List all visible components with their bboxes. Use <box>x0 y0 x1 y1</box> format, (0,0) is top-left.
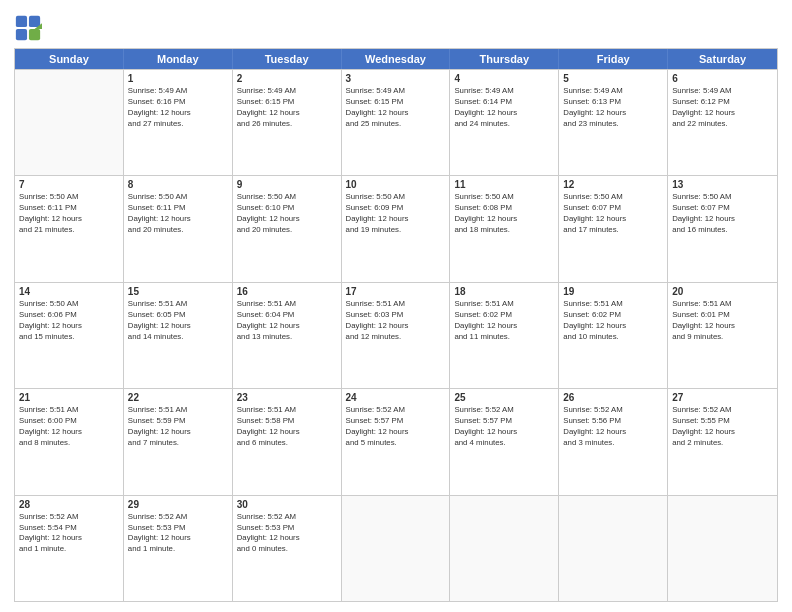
day-number: 4 <box>454 73 554 84</box>
day-info: Sunrise: 5:51 AMSunset: 5:58 PMDaylight:… <box>237 405 337 449</box>
day-info: Sunrise: 5:50 AMSunset: 6:10 PMDaylight:… <box>237 192 337 236</box>
calendar-cell: 29Sunrise: 5:52 AMSunset: 5:53 PMDayligh… <box>124 496 233 601</box>
day-info: Sunrise: 5:50 AMSunset: 6:09 PMDaylight:… <box>346 192 446 236</box>
logo <box>14 14 44 42</box>
calendar-cell: 9Sunrise: 5:50 AMSunset: 6:10 PMDaylight… <box>233 176 342 281</box>
calendar-cell: 18Sunrise: 5:51 AMSunset: 6:02 PMDayligh… <box>450 283 559 388</box>
day-number: 17 <box>346 286 446 297</box>
day-info: Sunrise: 5:51 AMSunset: 6:01 PMDaylight:… <box>672 299 773 343</box>
header-monday: Monday <box>124 49 233 69</box>
calendar-row-0: 1Sunrise: 5:49 AMSunset: 6:16 PMDaylight… <box>15 69 777 175</box>
calendar-cell <box>342 496 451 601</box>
calendar-header: Sunday Monday Tuesday Wednesday Thursday… <box>15 49 777 69</box>
day-number: 15 <box>128 286 228 297</box>
day-number: 11 <box>454 179 554 190</box>
calendar-cell: 21Sunrise: 5:51 AMSunset: 6:00 PMDayligh… <box>15 389 124 494</box>
day-info: Sunrise: 5:52 AMSunset: 5:56 PMDaylight:… <box>563 405 663 449</box>
day-number: 13 <box>672 179 773 190</box>
day-info: Sunrise: 5:51 AMSunset: 6:05 PMDaylight:… <box>128 299 228 343</box>
calendar-cell: 17Sunrise: 5:51 AMSunset: 6:03 PMDayligh… <box>342 283 451 388</box>
calendar-cell: 11Sunrise: 5:50 AMSunset: 6:08 PMDayligh… <box>450 176 559 281</box>
calendar-cell: 27Sunrise: 5:52 AMSunset: 5:55 PMDayligh… <box>668 389 777 494</box>
day-number: 3 <box>346 73 446 84</box>
day-info: Sunrise: 5:52 AMSunset: 5:53 PMDaylight:… <box>237 512 337 556</box>
calendar-cell: 22Sunrise: 5:51 AMSunset: 5:59 PMDayligh… <box>124 389 233 494</box>
calendar-cell: 3Sunrise: 5:49 AMSunset: 6:15 PMDaylight… <box>342 70 451 175</box>
calendar-cell: 1Sunrise: 5:49 AMSunset: 6:16 PMDaylight… <box>124 70 233 175</box>
day-info: Sunrise: 5:51 AMSunset: 6:00 PMDaylight:… <box>19 405 119 449</box>
calendar-cell: 20Sunrise: 5:51 AMSunset: 6:01 PMDayligh… <box>668 283 777 388</box>
day-number: 28 <box>19 499 119 510</box>
calendar-cell: 2Sunrise: 5:49 AMSunset: 6:15 PMDaylight… <box>233 70 342 175</box>
page: Sunday Monday Tuesday Wednesday Thursday… <box>0 0 792 612</box>
day-info: Sunrise: 5:49 AMSunset: 6:16 PMDaylight:… <box>128 86 228 130</box>
day-number: 30 <box>237 499 337 510</box>
day-info: Sunrise: 5:51 AMSunset: 6:04 PMDaylight:… <box>237 299 337 343</box>
calendar-cell <box>450 496 559 601</box>
calendar-cell: 24Sunrise: 5:52 AMSunset: 5:57 PMDayligh… <box>342 389 451 494</box>
header-friday: Friday <box>559 49 668 69</box>
calendar: Sunday Monday Tuesday Wednesday Thursday… <box>14 48 778 602</box>
day-info: Sunrise: 5:50 AMSunset: 6:11 PMDaylight:… <box>128 192 228 236</box>
day-number: 18 <box>454 286 554 297</box>
day-info: Sunrise: 5:50 AMSunset: 6:06 PMDaylight:… <box>19 299 119 343</box>
calendar-cell: 5Sunrise: 5:49 AMSunset: 6:13 PMDaylight… <box>559 70 668 175</box>
day-number: 26 <box>563 392 663 403</box>
day-info: Sunrise: 5:52 AMSunset: 5:54 PMDaylight:… <box>19 512 119 556</box>
day-number: 23 <box>237 392 337 403</box>
calendar-cell: 23Sunrise: 5:51 AMSunset: 5:58 PMDayligh… <box>233 389 342 494</box>
day-number: 19 <box>563 286 663 297</box>
calendar-cell: 26Sunrise: 5:52 AMSunset: 5:56 PMDayligh… <box>559 389 668 494</box>
day-info: Sunrise: 5:52 AMSunset: 5:55 PMDaylight:… <box>672 405 773 449</box>
logo-icon <box>14 14 42 42</box>
day-number: 6 <box>672 73 773 84</box>
day-number: 24 <box>346 392 446 403</box>
day-number: 21 <box>19 392 119 403</box>
svg-rect-0 <box>16 16 27 27</box>
header-saturday: Saturday <box>668 49 777 69</box>
header-tuesday: Tuesday <box>233 49 342 69</box>
day-number: 1 <box>128 73 228 84</box>
calendar-cell: 28Sunrise: 5:52 AMSunset: 5:54 PMDayligh… <box>15 496 124 601</box>
day-info: Sunrise: 5:52 AMSunset: 5:57 PMDaylight:… <box>346 405 446 449</box>
day-number: 25 <box>454 392 554 403</box>
day-info: Sunrise: 5:51 AMSunset: 6:02 PMDaylight:… <box>454 299 554 343</box>
day-number: 9 <box>237 179 337 190</box>
day-info: Sunrise: 5:49 AMSunset: 6:13 PMDaylight:… <box>563 86 663 130</box>
day-info: Sunrise: 5:50 AMSunset: 6:11 PMDaylight:… <box>19 192 119 236</box>
calendar-cell <box>668 496 777 601</box>
day-info: Sunrise: 5:51 AMSunset: 5:59 PMDaylight:… <box>128 405 228 449</box>
day-number: 27 <box>672 392 773 403</box>
day-info: Sunrise: 5:49 AMSunset: 6:15 PMDaylight:… <box>237 86 337 130</box>
calendar-row-2: 14Sunrise: 5:50 AMSunset: 6:06 PMDayligh… <box>15 282 777 388</box>
day-number: 8 <box>128 179 228 190</box>
day-info: Sunrise: 5:50 AMSunset: 6:07 PMDaylight:… <box>563 192 663 236</box>
svg-rect-2 <box>16 29 27 40</box>
day-info: Sunrise: 5:49 AMSunset: 6:12 PMDaylight:… <box>672 86 773 130</box>
calendar-cell: 30Sunrise: 5:52 AMSunset: 5:53 PMDayligh… <box>233 496 342 601</box>
calendar-body: 1Sunrise: 5:49 AMSunset: 6:16 PMDaylight… <box>15 69 777 601</box>
day-number: 16 <box>237 286 337 297</box>
calendar-cell: 6Sunrise: 5:49 AMSunset: 6:12 PMDaylight… <box>668 70 777 175</box>
calendar-cell: 13Sunrise: 5:50 AMSunset: 6:07 PMDayligh… <box>668 176 777 281</box>
header-sunday: Sunday <box>15 49 124 69</box>
day-number: 14 <box>19 286 119 297</box>
calendar-cell: 19Sunrise: 5:51 AMSunset: 6:02 PMDayligh… <box>559 283 668 388</box>
calendar-cell: 15Sunrise: 5:51 AMSunset: 6:05 PMDayligh… <box>124 283 233 388</box>
svg-rect-1 <box>29 16 40 27</box>
calendar-row-4: 28Sunrise: 5:52 AMSunset: 5:54 PMDayligh… <box>15 495 777 601</box>
header-thursday: Thursday <box>450 49 559 69</box>
calendar-cell: 8Sunrise: 5:50 AMSunset: 6:11 PMDaylight… <box>124 176 233 281</box>
day-number: 5 <box>563 73 663 84</box>
day-info: Sunrise: 5:52 AMSunset: 5:53 PMDaylight:… <box>128 512 228 556</box>
calendar-cell: 14Sunrise: 5:50 AMSunset: 6:06 PMDayligh… <box>15 283 124 388</box>
calendar-cell <box>559 496 668 601</box>
calendar-cell: 7Sunrise: 5:50 AMSunset: 6:11 PMDaylight… <box>15 176 124 281</box>
calendar-cell: 25Sunrise: 5:52 AMSunset: 5:57 PMDayligh… <box>450 389 559 494</box>
day-number: 20 <box>672 286 773 297</box>
day-number: 12 <box>563 179 663 190</box>
svg-rect-3 <box>29 29 40 40</box>
day-number: 7 <box>19 179 119 190</box>
day-info: Sunrise: 5:49 AMSunset: 6:14 PMDaylight:… <box>454 86 554 130</box>
day-info: Sunrise: 5:52 AMSunset: 5:57 PMDaylight:… <box>454 405 554 449</box>
